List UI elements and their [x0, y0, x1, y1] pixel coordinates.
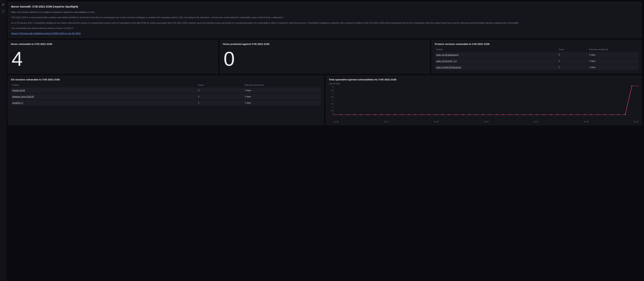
- y-tick: 3.5: [329, 89, 333, 91]
- header-p2: As of 28 January 2021, CrowdStrike Intel…: [11, 21, 638, 24]
- svg-point-17: [442, 114, 443, 115]
- product-link[interactable]: Amazon Linux 2018.03: [12, 95, 34, 98]
- x-tick: 12-20: [334, 121, 339, 123]
- table-row: Ubuntu 16.0421 days: [11, 88, 321, 93]
- table-row: sudo 1.8.16-0ubuntu1.921 days: [435, 52, 639, 57]
- header-p1: CVE-2021-3156 is a heap-based buffer ove…: [11, 16, 638, 19]
- product-versions-table: Product Count First seen on this host su…: [435, 47, 639, 71]
- svg-point-30: [530, 114, 531, 115]
- main-content: Baron Samedit: CVE-2021-3156 (requires S…: [6, 0, 644, 281]
- chart-x-ticks: 12-2012-2701-0301-1001-1701-2401-31: [334, 121, 639, 123]
- svg-point-22: [476, 114, 477, 115]
- svg-point-27: [509, 114, 511, 115]
- svg-point-43: [618, 114, 619, 115]
- svg-point-41: [604, 114, 606, 115]
- y-tick: 0: [329, 113, 333, 115]
- svg-point-38: [584, 114, 586, 115]
- y-tick: 0.5: [329, 110, 333, 112]
- count-cell: 1: [557, 64, 588, 70]
- col-count: Count: [557, 48, 588, 51]
- gear-icon[interactable]: [1, 2, 5, 6]
- hosts-vulnerable-value: 4: [11, 47, 215, 70]
- table-row: sudo 1.8.23-4.el7_7.211 days: [435, 58, 639, 64]
- svg-point-2: [340, 114, 342, 115]
- hosts-protected-panel: Hosts protected against CVE-2021-3156 0: [220, 40, 430, 74]
- svg-point-40: [597, 114, 599, 115]
- svg-point-14: [421, 114, 423, 115]
- svg-point-6: [367, 114, 369, 115]
- svg-point-23: [482, 114, 484, 115]
- svg-point-25: [496, 114, 498, 115]
- hosts-protected-value: 0: [223, 47, 427, 70]
- vuln-chart-panel: Total opened/re-opened vulnerabilities f…: [326, 75, 642, 125]
- product-link[interactable]: Ubuntu 16.04: [12, 89, 25, 91]
- svg-point-37: [577, 114, 579, 115]
- svg-point-13: [414, 114, 416, 115]
- first-seen-cell: 1 days: [243, 100, 321, 105]
- x-tick: 01-24: [584, 121, 589, 123]
- chart-y-ticks: 43.532.521.510.50: [329, 86, 334, 115]
- svg-point-32: [543, 114, 545, 115]
- y-tick: 1.5: [329, 103, 333, 105]
- x-tick: 01-31: [634, 121, 639, 123]
- y-tick: 2: [329, 99, 333, 101]
- y-tick: 1: [329, 106, 333, 108]
- page-title: Baron Samedit: CVE-2021-3156 (requires S…: [11, 5, 638, 8]
- svg-point-3: [347, 114, 348, 115]
- count-cell: 2: [557, 52, 588, 57]
- svg-point-9: [388, 114, 389, 115]
- product-link[interactable]: sudo 1.8.6p3-29.30.amzn1: [436, 66, 461, 68]
- svg-point-34: [556, 114, 558, 115]
- svg-point-31: [536, 114, 538, 115]
- svg-point-36: [570, 114, 572, 115]
- x-tick: 01-17: [534, 121, 539, 123]
- y-tick: 3: [329, 92, 333, 94]
- product-link[interactable]: sudo 1.8.16-0ubuntu1.9: [436, 54, 458, 56]
- col-count: Count: [197, 83, 244, 87]
- dashboard-header-panel: Baron Samedit: CVE-2021-3156 (requires S…: [8, 2, 642, 38]
- hosts-protected-title: Hosts protected against CVE-2021-3156: [223, 43, 427, 45]
- product-link[interactable]: CentOS 7.7: [12, 102, 23, 104]
- svg-point-39: [590, 114, 592, 115]
- svg-point-15: [428, 114, 430, 115]
- count-cell: 1: [197, 100, 244, 105]
- svg-point-35: [563, 114, 565, 115]
- first-seen-cell: 1 days: [243, 88, 321, 93]
- first-seen-cell: 1 days: [243, 94, 321, 99]
- svg-point-12: [408, 114, 410, 115]
- svg-point-45: [631, 86, 633, 86]
- side-rail: [0, 0, 6, 281]
- svg-point-24: [489, 114, 490, 115]
- col-first-seen: First seen on this host: [588, 48, 639, 51]
- col-product: Product: [435, 48, 557, 51]
- x-tick: 01-03: [434, 121, 439, 123]
- svg-point-0: [2, 4, 4, 5]
- count-cell: 2: [197, 88, 244, 93]
- os-versions-title: OS versions vulnerable to CVE-2021-3156: [11, 78, 321, 81]
- expand-icon[interactable]: [1, 9, 5, 13]
- svg-point-4: [354, 114, 355, 115]
- svg-point-46: [638, 86, 639, 86]
- svg-point-11: [401, 114, 403, 115]
- header-note: Note: Linux Sensor Version 6.12 or highe…: [11, 11, 638, 14]
- product-versions-panel: Product versions vulnerable to CVE-2021-…: [432, 40, 642, 74]
- intel-report-link[interactable]: Falcon X Premium daily intelligence repo…: [11, 32, 81, 34]
- os-versions-table: Product Count First seen on this host Ub…: [11, 82, 321, 106]
- svg-point-28: [516, 114, 518, 115]
- svg-point-29: [523, 114, 524, 115]
- first-seen-cell: 1 days: [588, 58, 639, 64]
- os-versions-panel: OS versions vulnerable to CVE-2021-3156 …: [8, 75, 324, 125]
- vuln-chart-title: Total opened/re-opened vulnerabilities f…: [329, 78, 639, 81]
- product-link[interactable]: sudo 1.8.23-4.el7_7.2: [436, 60, 456, 62]
- product-versions-title: Product versions vulnerable to CVE-2021-…: [435, 43, 639, 45]
- svg-point-1: [334, 114, 335, 115]
- svg-point-44: [624, 114, 626, 115]
- col-product: Product: [11, 83, 197, 87]
- svg-point-21: [468, 114, 470, 115]
- hosts-vulnerable-panel: Hosts vulnerable to CVE-2021-3156 4: [8, 40, 218, 74]
- vuln-chart-subcaption: Last 45 days: [329, 82, 639, 85]
- first-seen-cell: 1 days: [588, 52, 639, 57]
- svg-point-19: [455, 114, 457, 115]
- svg-point-42: [611, 114, 612, 115]
- svg-point-8: [381, 114, 382, 115]
